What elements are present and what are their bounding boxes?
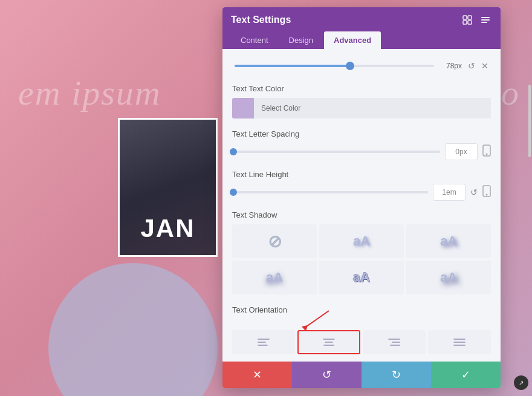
line-height-section: Text Line Height ↺	[232, 170, 491, 201]
top-slider-value: 78px	[440, 62, 462, 70]
orientation-cell-3[interactable]	[363, 330, 426, 354]
svg-rect-2	[463, 21, 467, 24]
line-height-mobile-icon[interactable]	[482, 185, 491, 200]
svg-point-8	[486, 154, 488, 155]
color-swatch[interactable]	[232, 98, 254, 118]
svg-rect-5	[481, 19, 490, 21]
shadow-cell-2[interactable]: aA	[406, 224, 491, 258]
cancel-button[interactable]: ✕	[222, 362, 292, 388]
bg-text-left: em ipsum	[18, 73, 161, 113]
line-height-label: Text Line Height	[232, 170, 491, 179]
bottom-bar: ✕ ↺ ↻ ✓	[222, 362, 501, 388]
letter-spacing-row	[232, 143, 491, 160]
shadow-none[interactable]: ⊘	[232, 224, 317, 258]
line-height-slider[interactable]	[232, 191, 428, 193]
text-settings-panel: Text Settings	[222, 7, 501, 388]
text-orientation-section: Text Orientation	[232, 305, 491, 354]
text-shadow-section: Text Shadow ⊘ aA aA aA	[232, 210, 491, 294]
select-color-button[interactable]: Select Color	[254, 98, 491, 118]
corner-icon[interactable]: ↗	[514, 375, 528, 390]
panel-body: 78px ↺ ✕ Text Text Color Select Color Te…	[222, 49, 501, 362]
shadow-cell-4[interactable]: aA	[319, 261, 404, 294]
reset-button[interactable]: ↺	[292, 362, 362, 388]
svg-rect-4	[481, 17, 490, 18]
svg-rect-0	[463, 16, 467, 19]
text-orientation-label: Text Orientation	[232, 305, 491, 314]
panel-header-icons	[461, 13, 492, 27]
scroll-indicator	[528, 85, 531, 157]
letter-spacing-section: Text Letter Spacing	[232, 129, 491, 160]
image-card: JAN	[118, 118, 218, 257]
top-slider-reset-icon[interactable]: ↺	[468, 61, 475, 71]
tab-design[interactable]: Design	[279, 31, 323, 49]
letter-spacing-input[interactable]	[445, 143, 478, 160]
shadow-cell-1[interactable]: aA	[319, 224, 404, 258]
top-slider-row: 78px ↺ ✕	[232, 57, 491, 74]
color-row: Select Color	[232, 98, 491, 118]
grid-icon[interactable]	[479, 13, 492, 27]
line-height-row: ↺	[232, 184, 491, 201]
svg-rect-1	[468, 16, 472, 19]
line-height-input[interactable]	[433, 184, 465, 201]
orientation-cell-4[interactable]	[428, 330, 491, 354]
panel-title: Text Settings	[231, 15, 291, 25]
orientation-grid	[232, 330, 491, 354]
panel-tabs: Content Design Advanced	[231, 31, 492, 49]
svg-point-10	[486, 194, 488, 196]
top-slider-close-icon[interactable]: ✕	[481, 61, 488, 71]
top-slider-track[interactable]	[235, 65, 434, 67]
redo-button[interactable]: ↻	[362, 362, 431, 388]
shadow-grid: ⊘ aA aA aA aA a	[232, 224, 491, 294]
text-shadow-label: Text Shadow	[232, 210, 491, 219]
letter-spacing-label: Text Letter Spacing	[232, 129, 491, 138]
shadow-cell-3[interactable]: aA	[232, 261, 317, 294]
save-button[interactable]: ✓	[431, 362, 501, 388]
shadow-cell-5[interactable]: aA	[406, 261, 491, 294]
tab-advanced[interactable]: Advanced	[324, 31, 381, 49]
letter-spacing-slider[interactable]	[232, 151, 440, 153]
orientation-cell-2[interactable]	[297, 330, 360, 354]
image-card-text: JAN	[140, 214, 195, 243]
text-color-section: Text Text Color Select Color	[232, 84, 491, 118]
tab-content[interactable]: Content	[231, 31, 278, 49]
svg-rect-3	[468, 21, 472, 24]
orientation-cell-1[interactable]	[232, 330, 295, 354]
text-color-label: Text Text Color	[232, 84, 491, 93]
line-height-reset-icon[interactable]: ↺	[470, 187, 478, 197]
expand-icon[interactable]	[461, 13, 474, 27]
svg-rect-6	[481, 22, 487, 23]
panel-header: Text Settings	[222, 7, 501, 49]
letter-spacing-mobile-icon[interactable]	[482, 144, 491, 159]
